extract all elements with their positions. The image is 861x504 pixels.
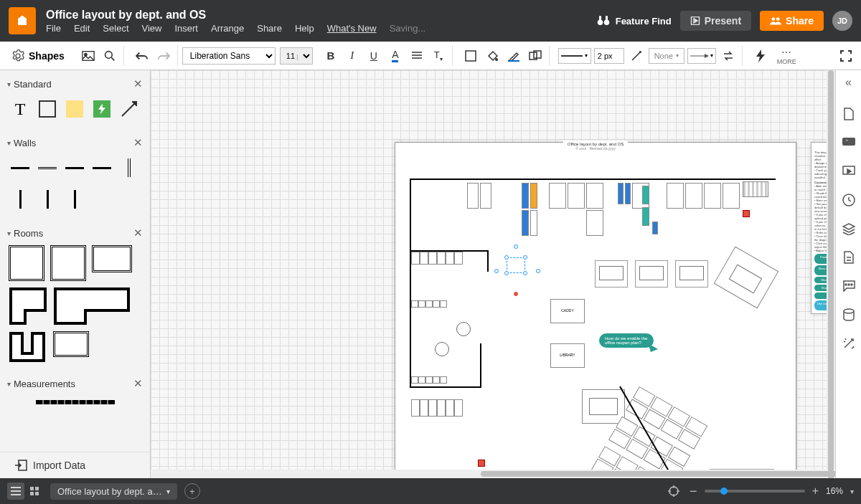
bold-icon[interactable]: B	[321, 47, 340, 65]
room-u[interactable]	[9, 331, 47, 363]
wall-vert-3[interactable]	[36, 188, 59, 211]
text-color-icon[interactable]: A	[386, 47, 405, 65]
canvas-scroll[interactable]: Office layout by dept. and OS © xxxx · R…	[151, 70, 835, 478]
grid-view-icon[interactable]	[26, 482, 43, 500]
wall-seg-2[interactable]	[36, 156, 59, 179]
border-color-icon[interactable]	[504, 47, 523, 65]
bolt-shape[interactable]	[90, 98, 113, 120]
ruler-shape[interactable]	[36, 397, 115, 407]
menu-help[interactable]: Help	[295, 23, 314, 34]
room-l2[interactable]	[53, 287, 131, 325]
wall-seg-4[interactable]	[90, 156, 113, 179]
room-rect[interactable]	[92, 245, 132, 272]
room-square-2[interactable]	[50, 245, 86, 281]
line-shape-icon[interactable]	[627, 47, 646, 65]
more-button[interactable]: ⋯ MORE	[777, 47, 796, 65]
list-view-icon[interactable]	[7, 482, 24, 500]
zoom-slider[interactable]	[705, 490, 805, 493]
section-rooms-header[interactable]: ▾Rooms ✕	[7, 224, 143, 242]
text-options-icon[interactable]: T▾	[429, 47, 448, 65]
font-family-select[interactable]: Liberation Sans	[182, 47, 276, 65]
shape-options-icon[interactable]	[526, 47, 545, 65]
bolt-icon[interactable]	[751, 47, 770, 65]
page-tab[interactable]: Office layout by dept. a… ▾	[50, 483, 177, 500]
menu-share[interactable]: Share	[257, 23, 282, 34]
section-walls-header[interactable]: ▾Walls ✕	[7, 133, 143, 152]
undo-icon[interactable]	[133, 47, 151, 65]
stroke-width-input[interactable]	[594, 48, 624, 64]
magic-icon[interactable]	[841, 336, 857, 351]
menu-view[interactable]: View	[142, 23, 162, 34]
import-data-button[interactable]: Import Data	[0, 452, 150, 478]
italic-icon[interactable]: I	[343, 47, 362, 65]
zoom-percent[interactable]: 16%	[826, 486, 843, 496]
share-button[interactable]: Share	[760, 11, 824, 31]
fill-icon[interactable]	[461, 47, 480, 65]
wall-vert[interactable]	[118, 156, 141, 179]
vertical-scrollbar[interactable]	[827, 70, 835, 470]
zoom-in-icon[interactable]: +	[812, 485, 819, 498]
image-icon[interactable]	[79, 47, 98, 65]
document-title[interactable]: Office layout by dept. and OS	[46, 9, 425, 22]
wall-vert-2[interactable]	[9, 188, 32, 211]
align-icon[interactable]	[408, 47, 426, 65]
wall-vert-4[interactable]	[63, 188, 86, 211]
menu-whats-new[interactable]: What's New	[327, 23, 377, 34]
arrow-style-select[interactable]: ▾	[687, 48, 716, 64]
search-icon[interactable]	[100, 47, 119, 65]
presentation-icon[interactable]	[841, 163, 857, 179]
line-fill-select[interactable]: None▾	[649, 48, 684, 64]
layers-icon[interactable]	[841, 221, 857, 237]
svg-rect-12	[508, 60, 519, 62]
callout-bubble[interactable]: How do we enable the office reopen plan?	[599, 333, 654, 348]
wall-seg-1[interactable]	[9, 156, 32, 179]
document-icon[interactable]	[841, 249, 857, 265]
selected-shape[interactable]	[507, 257, 525, 273]
title-area: Office layout by dept. and OS File Edit …	[46, 9, 425, 34]
menu-arrange[interactable]: Arrange	[211, 23, 244, 34]
menu-edit[interactable]: Edit	[74, 23, 90, 34]
room-square[interactable]	[9, 245, 44, 281]
feature-find-button[interactable]: Feature Find	[597, 16, 672, 27]
chat-icon[interactable]	[841, 278, 857, 294]
comment-quote-icon[interactable]: "	[841, 135, 857, 151]
room-l[interactable]	[9, 287, 47, 325]
swap-ends-icon[interactable]	[719, 47, 738, 65]
menu-insert[interactable]: Insert	[174, 23, 198, 34]
add-page-button[interactable]: +	[184, 483, 200, 499]
close-icon[interactable]: ✕	[133, 77, 143, 90]
page-icon[interactable]	[841, 106, 857, 122]
section-standard-header[interactable]: ▾Standard ✕	[7, 75, 143, 93]
history-icon[interactable]	[841, 192, 857, 208]
close-icon[interactable]: ✕	[133, 136, 143, 149]
collapse-dock-icon[interactable]: «	[845, 76, 852, 89]
play-icon	[690, 16, 700, 25]
arrow-shape[interactable]	[118, 98, 141, 120]
shapes-panel-toggle[interactable]: Shapes	[6, 49, 70, 62]
room-rect-2[interactable]	[53, 331, 89, 357]
floorplan-page[interactable]: Office layout by dept. and OS © xxxx · R…	[395, 142, 796, 478]
close-icon[interactable]: ✕	[133, 377, 143, 390]
chevron-down-icon[interactable]: ▾	[850, 488, 854, 495]
menu-file[interactable]: File	[46, 23, 61, 34]
rect-shape[interactable]	[36, 98, 59, 120]
wall-seg-3[interactable]	[63, 156, 86, 179]
section-measurements-header[interactable]: ▾Measurements ✕	[7, 374, 143, 393]
close-icon[interactable]: ✕	[133, 227, 143, 239]
horizontal-scrollbar[interactable]	[151, 470, 827, 478]
zoom-out-icon[interactable]: −	[690, 484, 697, 499]
underline-icon[interactable]: U	[364, 47, 383, 65]
redo-icon[interactable]	[154, 47, 173, 65]
fullscreen-icon[interactable]	[837, 47, 855, 65]
app-logo[interactable]	[9, 7, 36, 34]
user-avatar[interactable]: JD	[832, 11, 852, 31]
menu-select[interactable]: Select	[103, 23, 128, 34]
bucket-icon[interactable]	[483, 47, 502, 65]
target-icon[interactable]	[665, 482, 682, 500]
note-shape[interactable]	[63, 98, 86, 120]
data-icon[interactable]	[841, 307, 857, 323]
font-size-select[interactable]: 11 pt	[280, 47, 313, 65]
text-shape[interactable]: T	[9, 98, 32, 120]
line-style-select[interactable]: ▾	[558, 48, 591, 64]
present-button[interactable]: Present	[680, 11, 751, 31]
